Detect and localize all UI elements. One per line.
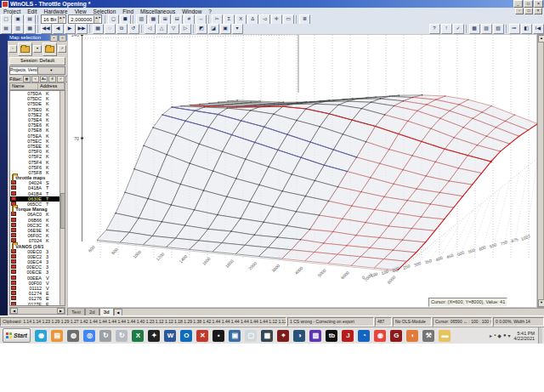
export-button[interactable]: ▦	[25, 24, 36, 34]
map-list-row[interactable]: 075F4K	[10, 159, 65, 164]
map-list-row[interactable]: 00EC03	[10, 249, 65, 254]
version-view-button[interactable]: ◪	[208, 24, 219, 34]
list-horizontal-scrollbar[interactable]: ◀ ▶	[9, 307, 65, 315]
map-list-row[interactable]: 01274E	[10, 291, 65, 296]
taskbar-icon-folder[interactable]: ▤	[51, 330, 63, 342]
map-list-row[interactable]: 065CCT	[10, 202, 65, 207]
scroll-right-icon[interactable]: ▶	[57, 308, 65, 314]
map-3d-view[interactable]: 1407060080010001200140016001800200030004…	[67, 34, 537, 308]
scroll-left-icon[interactable]: ◀	[10, 308, 18, 314]
map-list-row[interactable]: 075E6K	[10, 122, 65, 128]
map-list-row[interactable]: 06E9EK	[10, 228, 65, 233]
taskbar-icon-red-j[interactable]: J	[342, 330, 354, 342]
help-button[interactable]: ?	[429, 24, 440, 34]
map-list-row[interactable]: 00F00V	[10, 281, 65, 286]
menu-item-view[interactable]: View	[71, 9, 90, 14]
column-address[interactable]: Address	[38, 83, 65, 89]
taskbar-icon-idm[interactable]: G	[390, 330, 402, 342]
map-list-row[interactable]: 04024S	[10, 180, 65, 185]
open-project-button[interactable]	[18, 43, 32, 56]
map-list-row[interactable]: 075F8K	[10, 170, 65, 175]
bit-mode-combo[interactable]: 16 Bit▲▼	[41, 14, 66, 24]
chevron-down-icon[interactable]: ▼	[37, 67, 65, 74]
increase-button[interactable]: △	[156, 24, 167, 34]
decrease-fine-button[interactable]: ▽	[168, 24, 179, 34]
map-list-row[interactable]: 06F0CK	[10, 233, 65, 238]
taskbar-icon-sticky[interactable]: ▬	[439, 330, 450, 342]
sum-button[interactable]: Σ	[224, 14, 235, 25]
spinner-icon[interactable]: ▲▼	[58, 16, 64, 23]
map-list-row[interactable]: 075E4K	[10, 117, 65, 122]
taskbar-icon-book[interactable]: ✦	[148, 330, 160, 342]
cut-button[interactable]: ✂	[212, 14, 223, 25]
mdi-control-0[interactable]: -	[515, 8, 524, 14]
map-list-row[interactable]: 06C3CK	[10, 223, 65, 228]
map-list-row[interactable]: 00ECE3	[10, 270, 65, 275]
taskbar-icon-outlook[interactable]: O	[180, 330, 192, 342]
menu-item-window[interactable]: Window	[178, 9, 205, 14]
map-list-row[interactable]: 075DCK	[10, 96, 65, 101]
scroll-up-icon[interactable]: ▲	[538, 35, 544, 43]
map-list-row[interactable]: 075EAK	[10, 134, 65, 139]
map-pack-3-button[interactable]: ▧	[493, 24, 504, 34]
map-list-row[interactable]: 075ECK	[10, 139, 65, 144]
menu-item-hardware[interactable]: Hardware	[40, 9, 71, 14]
map-list-row[interactable]: 075F2K	[10, 154, 65, 159]
menu-item-miscellaneous[interactable]: Miscellaneous	[137, 9, 178, 14]
map-list-row[interactable]: 01276E	[10, 296, 65, 301]
values-button[interactable]: #	[184, 14, 195, 25]
map-list-row[interactable]: 06AC0K	[10, 212, 65, 217]
tray-icon-1[interactable]: ▪	[494, 332, 496, 338]
tray-icon-4[interactable]: ▾	[508, 332, 511, 338]
map-list-row[interactable]: 041B4T	[10, 191, 65, 196]
taskbar-icon-target[interactable]: ⌖	[277, 330, 289, 342]
import-file-button[interactable]	[42, 43, 57, 56]
window-list-button[interactable]: ≔	[509, 24, 520, 34]
window-control-0[interactable]: _	[513, 0, 523, 8]
map-list-row[interactable]: 00ECC3	[10, 264, 65, 270]
panel-small-button[interactable]: ▫	[8, 45, 17, 53]
project-button[interactable]: ▤	[1, 24, 12, 34]
map-list-row[interactable]: 07024K	[10, 238, 65, 243]
taskbar-icon-explorer[interactable]: ▣	[229, 330, 241, 342]
map-list-row[interactable]: 00EC23	[10, 254, 65, 259]
move-button[interactable]: ✛	[271, 14, 282, 25]
map-list-row[interactable]: 01112V	[10, 286, 65, 291]
layout-button[interactable]: ◧	[521, 24, 532, 34]
dock-button[interactable]: I◀	[533, 24, 544, 34]
checksum-button[interactable]: !	[441, 24, 452, 34]
delta-button[interactable]: Δ	[247, 14, 258, 25]
menu-item-[interactable]: ?	[205, 9, 215, 14]
map-list-row[interactable]: 075E8K	[10, 128, 65, 133]
taskbar-icon-blue-bird[interactable]: ◔	[358, 330, 370, 342]
split-button[interactable]: ⊞	[160, 14, 171, 25]
taskbar-icon-word[interactable]: W	[164, 330, 176, 342]
map-list-row[interactable]: 075DAK	[10, 91, 65, 96]
first-map-button[interactable]: ◀◀	[41, 24, 52, 34]
tray-icon-3[interactable]: ●	[503, 332, 507, 338]
map-folder-row[interactable]: VANOS (16/1	[10, 243, 65, 248]
spinner-icon[interactable]: ▲▼	[94, 16, 99, 23]
column-name[interactable]: Name	[10, 83, 38, 89]
view-mode-combo[interactable]: Projects, Versions & Maps (Ctrl ▼	[9, 66, 65, 75]
map-list-button[interactable]: ▦	[93, 24, 104, 34]
list-button[interactable]: ≣	[299, 14, 310, 25]
taskbar-icon-water[interactable]: ◉	[35, 330, 47, 342]
menu-item-selection[interactable]: Selection	[90, 9, 120, 14]
taskbar-icon-wrench[interactable]: ⚒	[422, 330, 434, 342]
taskbar-icon-chrome[interactable]: ◎	[83, 330, 95, 342]
taskbar-icon-sync-2[interactable]: ↻	[116, 330, 128, 342]
map-list-row[interactable]: 075F6K	[10, 165, 65, 170]
filter-button-0[interactable]: ▦	[23, 76, 31, 82]
filter-button-1[interactable]: ≈	[31, 76, 39, 82]
chart-vertical-scrollbar[interactable]: ▲ ▼	[537, 34, 544, 308]
clock[interactable]: 5:41 PM 4/22/2021	[513, 331, 536, 341]
taskbar-icon-sync-1[interactable]: ↻	[99, 330, 111, 342]
session-button[interactable]: Session: Default	[9, 57, 65, 65]
show-desktop-button[interactable]	[538, 327, 542, 344]
list-scrollbar[interactable]	[60, 91, 65, 305]
mdi-control-2[interactable]: ×	[534, 8, 542, 14]
merge-button[interactable]: ⊟	[172, 14, 183, 25]
map-folder-row[interactable]: throttle maps	[10, 175, 65, 180]
new-button[interactable]: ▢	[1, 14, 12, 25]
